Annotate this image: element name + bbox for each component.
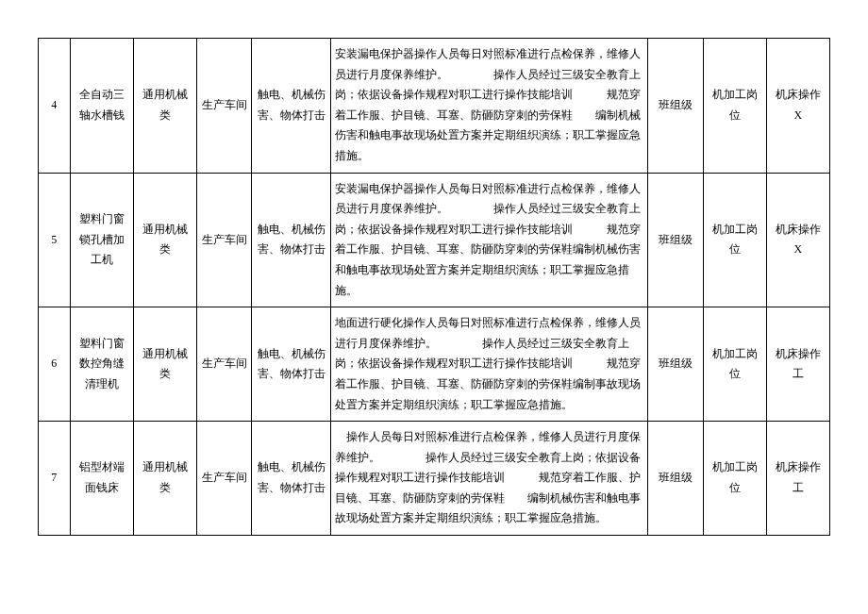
table-row: 6 塑料门窗数控角缝清理机 通用机械类 生产车间 触电、机械伤害、物体打击 地面… [39,307,830,422]
cell-desc: 地面进行硬化操作人员每日对照标准进行点检保养，维修人员进行月度保养维护。 操作人… [331,307,648,422]
cell-level: 班组级 [648,39,704,174]
cell-level: 班组级 [648,422,704,536]
cell-name: 铝型材端面钱床 [70,422,133,536]
cell-name: 塑料门窗数控角缝清理机 [70,307,133,422]
risk-table: 4 全自动三轴水槽钱 通用机械类 生产车间 触电、机械伤害、物体打击 安装漏电保… [38,38,830,536]
cell-location: 生产车间 [196,422,252,536]
table-row: 7 铝型材端面钱床 通用机械类 生产车间 触电、机械伤害、物体打击 操作人员每日… [39,422,830,536]
cell-desc: 安装漏电保护器操作人员每日对照标准进行点检保养，维修人员进行月度保养维护。 操作… [331,173,648,307]
cell-name: 塑料门窗锁孔槽加工机 [70,173,133,307]
cell-post: 机加工岗位 [703,173,766,307]
cell-operator: 机床操作工 [766,422,829,536]
cell-num: 6 [39,307,71,422]
table-row: 5 塑料门窗锁孔槽加工机 通用机械类 生产车间 触电、机械伤害、物体打击 安装漏… [39,173,830,307]
cell-hazard: 触电、机械伤害、物体打击 [252,307,331,422]
cell-operator: 机床操作 X [766,173,829,307]
cell-num: 5 [39,173,71,307]
cell-category: 通用机械类 [133,422,196,536]
cell-name: 全自动三轴水槽钱 [70,39,133,174]
cell-num: 4 [39,39,71,174]
cell-category: 通用机械类 [133,39,196,174]
cell-hazard: 触电、机械伤害、物体打击 [252,173,331,307]
cell-location: 生产车间 [196,39,252,174]
cell-desc: 操作人员每日对照标准进行点检保养，维修人员进行月度保养维护。 操作人员经过三级安… [331,422,648,536]
cell-location: 生产车间 [196,173,252,307]
table-row: 4 全自动三轴水槽钱 通用机械类 生产车间 触电、机械伤害、物体打击 安装漏电保… [39,39,830,174]
cell-level: 班组级 [648,173,704,307]
cell-desc: 安装漏电保护器操作人员每日对照标准进行点检保养，维修人员进行月度保养维护。 操作… [331,39,648,174]
cell-hazard: 触电、机械伤害、物体打击 [252,422,331,536]
cell-category: 通用机械类 [133,307,196,422]
cell-hazard: 触电、机械伤害、物体打击 [252,39,331,174]
cell-num: 7 [39,422,71,536]
cell-category: 通用机械类 [133,173,196,307]
cell-operator: 机床操作工 [766,307,829,422]
cell-operator: 机床操作 X [766,39,829,174]
cell-post: 机加工岗位 [703,307,766,422]
cell-post: 机加工岗位 [703,39,766,174]
cell-location: 生产车间 [196,307,252,422]
cell-post: 机加工岗位 [703,422,766,536]
cell-level: 班组级 [648,307,704,422]
